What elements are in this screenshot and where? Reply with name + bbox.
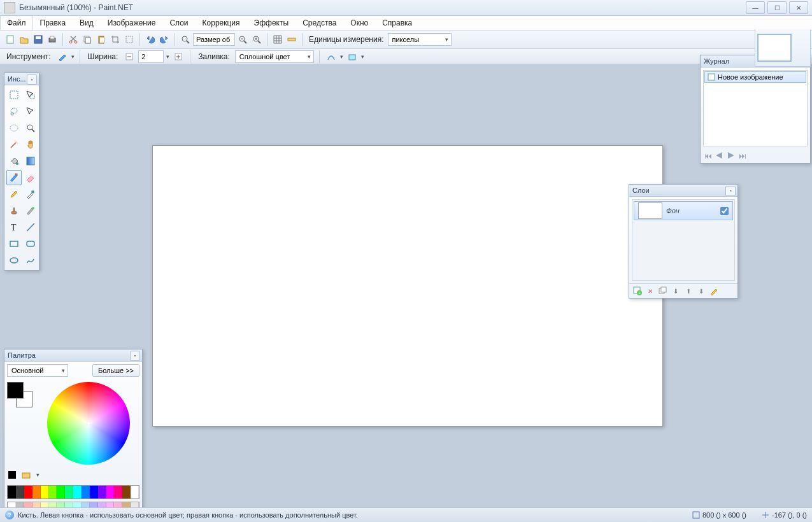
palette-close-icon[interactable]: ▫ <box>130 351 140 361</box>
tool-eyedropper[interactable] <box>23 187 38 202</box>
menu-window[interactable]: Окно <box>343 16 375 30</box>
menu-effects[interactable]: Эффекты <box>247 16 296 30</box>
menu-layers[interactable]: Слои <box>162 16 195 30</box>
open-icon[interactable] <box>18 33 31 46</box>
tools-close-icon[interactable]: ▫ <box>27 74 37 85</box>
zoom-in-icon[interactable] <box>250 33 263 46</box>
tool-move-selection[interactable] <box>23 87 38 102</box>
minimize-button[interactable]: — <box>746 1 765 14</box>
blend-icon[interactable] <box>346 50 359 63</box>
layer-visible-checkbox[interactable] <box>720 207 729 215</box>
layer-duplicate-icon[interactable] <box>658 286 668 296</box>
tool-ellipse-select[interactable] <box>6 120 22 136</box>
undo-icon[interactable] <box>144 33 157 46</box>
tool-rect-select[interactable] <box>6 87 22 102</box>
swatch[interactable] <box>131 486 139 498</box>
swatch[interactable] <box>48 486 57 498</box>
swatch-strip[interactable] <box>7 485 139 499</box>
layer-delete-icon[interactable]: ✕ <box>645 286 655 296</box>
swatch[interactable] <box>24 486 32 498</box>
tool-move[interactable] <box>23 104 38 119</box>
tool-pan[interactable] <box>23 137 38 152</box>
history-prev-icon[interactable]: ⯇ <box>716 152 723 160</box>
current-tool-icon[interactable] <box>56 50 69 63</box>
swatch[interactable] <box>16 486 24 498</box>
ruler-icon[interactable] <box>285 33 298 46</box>
swatch[interactable] <box>57 486 65 498</box>
menu-help[interactable]: Справка <box>375 16 419 30</box>
tool-pencil[interactable] <box>6 187 22 202</box>
layer-props-icon[interactable] <box>709 286 719 296</box>
tool-gradient[interactable] <box>23 153 38 169</box>
menu-adjustments[interactable]: Коррекция <box>196 16 247 30</box>
layer-merge-icon[interactable]: ⬇ <box>671 286 681 296</box>
tool-brush[interactable] <box>6 170 22 185</box>
swatch[interactable] <box>65 486 73 498</box>
tool-lasso[interactable] <box>6 104 22 119</box>
history-list[interactable]: Новое изображение <box>703 70 808 146</box>
palette-panel-header[interactable]: Палитра ▫ <box>4 349 142 362</box>
menu-edit[interactable]: Правка <box>33 16 73 30</box>
tool-clone[interactable] <box>6 203 22 218</box>
tool-magic-wand[interactable] <box>6 137 22 152</box>
copy-icon[interactable] <box>81 33 94 46</box>
tools-panel-header[interactable]: Инс... ▫ <box>4 73 39 85</box>
cut-icon[interactable] <box>67 33 80 46</box>
palette-mode-dropdown[interactable]: Основной <box>7 364 68 377</box>
history-first-icon[interactable]: ⏮ <box>704 152 712 160</box>
menu-file[interactable]: Файл <box>0 16 33 30</box>
swatch[interactable] <box>106 486 115 498</box>
new-icon[interactable] <box>4 33 17 46</box>
width-dec-icon[interactable] <box>123 50 136 63</box>
swatch[interactable] <box>122 486 131 498</box>
swatch[interactable] <box>114 486 122 498</box>
grid-icon[interactable] <box>271 33 284 46</box>
tool-freeform[interactable] <box>23 253 38 268</box>
redo-icon[interactable] <box>158 33 171 46</box>
primary-color[interactable] <box>7 382 24 399</box>
width-input[interactable] <box>138 50 164 63</box>
color-swatches[interactable] <box>7 382 32 407</box>
menu-view[interactable]: Вид <box>73 16 101 30</box>
tool-ellipse[interactable] <box>6 253 22 268</box>
tool-eraser[interactable] <box>23 170 38 185</box>
layers-panel-header[interactable]: Слои ▫ <box>629 185 737 197</box>
zoom-icon[interactable] <box>179 33 192 46</box>
layer-row[interactable]: Фон <box>634 201 733 220</box>
tool-bucket[interactable] <box>6 153 22 169</box>
fill-dropdown[interactable]: Сплошной цвет <box>235 50 314 63</box>
width-inc-icon[interactable] <box>172 50 185 63</box>
zoom-out-icon[interactable] <box>236 33 249 46</box>
paste-icon[interactable] <box>95 33 108 46</box>
color-wheel[interactable] <box>47 382 130 465</box>
save-icon[interactable] <box>32 33 45 46</box>
maximize-button[interactable]: ☐ <box>767 1 787 14</box>
tool-rounded-rect[interactable] <box>23 236 38 251</box>
tool-text[interactable]: T <box>6 220 22 235</box>
zoom-size-input[interactable] <box>193 33 235 46</box>
tool-zoom[interactable] <box>23 120 38 136</box>
history-item[interactable]: Новое изображение <box>704 71 806 83</box>
swatch[interactable] <box>82 486 90 498</box>
layer-down-icon[interactable]: ⬇ <box>696 286 706 296</box>
close-button[interactable]: ✕ <box>789 1 808 14</box>
units-dropdown[interactable]: пикселы <box>388 33 452 46</box>
tool-line[interactable] <box>23 220 38 235</box>
layer-add-icon[interactable]: + <box>632 286 643 296</box>
swatch[interactable] <box>98 486 106 498</box>
tool-recolor[interactable] <box>23 203 38 218</box>
swatch[interactable] <box>32 486 41 498</box>
menu-image[interactable]: Изображение <box>101 16 163 30</box>
deselect-icon[interactable] <box>123 33 136 46</box>
layer-up-icon[interactable]: ⬆ <box>683 286 694 296</box>
palette-load-icon[interactable] <box>20 469 32 481</box>
swatch[interactable] <box>90 486 98 498</box>
swatch[interactable] <box>73 486 82 498</box>
layers-list[interactable]: Фон <box>632 199 735 281</box>
canvas[interactable] <box>152 145 663 427</box>
menu-tools[interactable]: Средства <box>296 16 343 30</box>
history-next-icon[interactable]: ⯈ <box>727 152 735 160</box>
layers-close-icon[interactable]: ▫ <box>725 186 736 196</box>
palette-more-button[interactable]: Больше >> <box>92 364 139 377</box>
swatch[interactable] <box>41 486 49 498</box>
